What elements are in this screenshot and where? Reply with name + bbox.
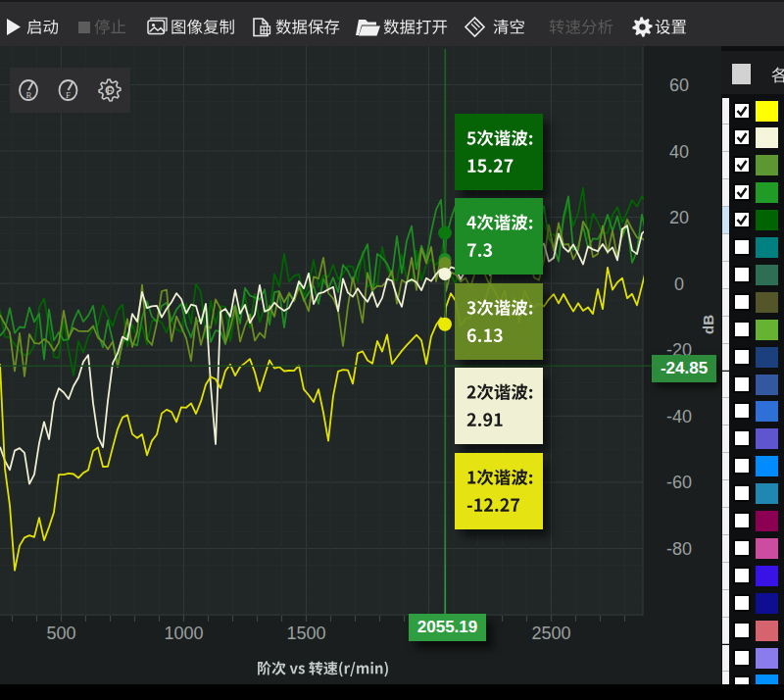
svg-text:R: R (26, 90, 32, 100)
svg-text:F: F (106, 83, 113, 98)
svg-text:F: F (66, 90, 71, 100)
